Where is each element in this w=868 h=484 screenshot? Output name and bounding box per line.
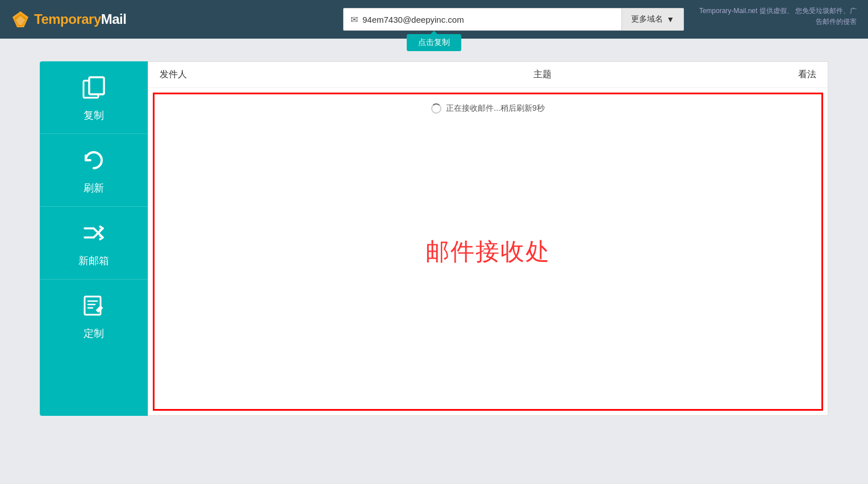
edit-icon bbox=[81, 293, 106, 322]
inbox-placeholder: 邮件接收处 bbox=[425, 236, 550, 268]
loading-spinner bbox=[431, 103, 441, 114]
loading-row: 正在接收邮件...稍后刷新9秒 bbox=[431, 94, 544, 123]
main-layout: 复制 刷新 新邮箱 bbox=[0, 61, 868, 416]
sidebar-item-refresh[interactable]: 刷新 bbox=[40, 134, 148, 207]
sidebar-item-new-inbox[interactable]: 新邮箱 bbox=[40, 207, 148, 279]
logo-icon bbox=[11, 10, 30, 28]
col-subject-header: 主题 bbox=[378, 69, 707, 81]
table-header: 发件人 主题 看法 bbox=[148, 62, 828, 88]
refresh-icon bbox=[81, 148, 106, 177]
svg-rect-4 bbox=[89, 77, 104, 94]
sidebar-item-copy[interactable]: 复制 bbox=[40, 61, 148, 134]
logo-area: TemporaryMail bbox=[11, 10, 170, 28]
sidebar-refresh-label: 刷新 bbox=[84, 181, 104, 195]
loading-text: 正在接收邮件...稍后刷新9秒 bbox=[446, 103, 544, 114]
email-address: 94em7430@deepyinc.com bbox=[362, 15, 499, 24]
col-sender-header: 发件人 bbox=[160, 69, 378, 81]
inbox-area: 正在接收邮件...稍后刷新9秒 邮件接收处 bbox=[153, 93, 823, 411]
sidebar-customize-label: 定制 bbox=[84, 327, 104, 340]
sidebar-copy-label: 复制 bbox=[84, 109, 104, 122]
chevron-down-icon: ▼ bbox=[666, 15, 674, 24]
mail-icon: ✉ bbox=[350, 14, 358, 25]
content-area: 发件人 主题 看法 正在接收邮件...稍后刷新9秒 邮件接收处 bbox=[148, 61, 828, 416]
header: TemporaryMail ✉ 94em7430@deepyinc.com 更多… bbox=[0, 0, 868, 39]
copy-tooltip[interactable]: 点击复制 bbox=[407, 34, 461, 51]
sidebar: 复制 刷新 新邮箱 bbox=[40, 61, 148, 416]
domain-button[interactable]: 更多域名 ▼ bbox=[622, 8, 684, 31]
header-info: Temporary-Mail.net 提供虚假、 您免受垃圾邮件、广告邮件的侵害 bbox=[698, 6, 857, 27]
sidebar-new-inbox-label: 新邮箱 bbox=[78, 254, 109, 268]
email-bar: ✉ 94em7430@deepyinc.com 更多域名 ▼ bbox=[343, 8, 684, 31]
copy-icon bbox=[81, 75, 106, 104]
logo-text: TemporaryMail bbox=[34, 11, 126, 27]
email-input-wrapper: ✉ 94em7430@deepyinc.com bbox=[343, 8, 622, 31]
shuffle-icon bbox=[81, 220, 106, 249]
sidebar-item-customize[interactable]: 定制 bbox=[40, 279, 148, 352]
col-view-header: 看法 bbox=[707, 69, 816, 81]
